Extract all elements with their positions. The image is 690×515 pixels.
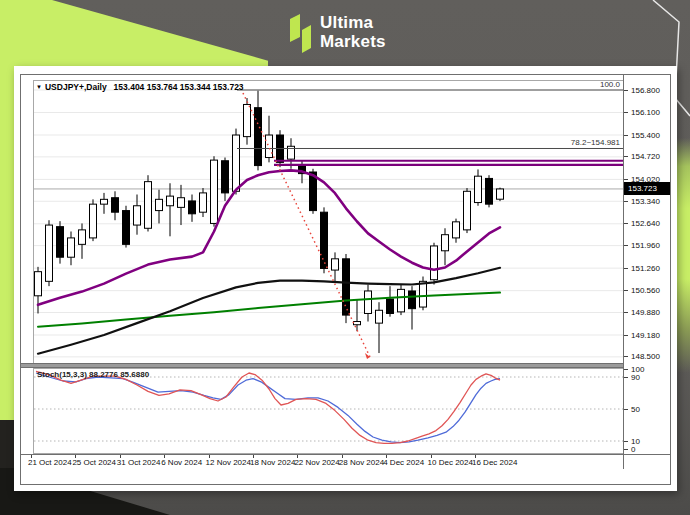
date-tick-label: 21 Oct 2024 [28, 458, 72, 467]
price-tick-label: 154.020 [624, 175, 660, 184]
price-tick-label: 153.340 [624, 197, 660, 206]
candle [79, 223, 86, 258]
date-tick-label: 28 Nov 2024 [339, 458, 384, 467]
mt4-chart-window: 100.078.2~154.981 ▼USDJPY+,Daily153.404 … [20, 74, 671, 485]
ohlc-values: 153.404 153.764 153.344 153.723 [114, 82, 244, 92]
candle [189, 195, 196, 222]
current-price-badge: 153.723 [624, 182, 670, 195]
candle [497, 188, 504, 202]
price-tick-label: 155.400 [624, 131, 660, 140]
fib-label: 100.0 [600, 80, 621, 89]
candle [453, 219, 460, 243]
candle [266, 116, 273, 163]
candle [222, 158, 229, 201]
candle [398, 285, 405, 316]
brand-line2: Markets [320, 33, 386, 52]
date-tick-label: 16 Dec 2024 [472, 458, 517, 467]
fib-label: 78.2~154.981 [571, 138, 621, 147]
ma-purple [38, 170, 500, 304]
price-tick-label: 149.880 [624, 308, 660, 317]
candle [156, 190, 163, 224]
candle [431, 243, 438, 285]
candle [255, 91, 262, 171]
price-tick-label: 156.100 [624, 108, 660, 117]
ultima-logo-icon [289, 11, 315, 55]
candle [167, 183, 174, 236]
candle [442, 228, 449, 265]
brand-line1: Ultima [320, 14, 386, 33]
brand-wordmark: Ultima Markets [320, 11, 386, 55]
date-tick-label: 22 Nov 2024 [294, 458, 339, 467]
price-tick-label: 150.560 [624, 286, 660, 295]
stoch-main-line [36, 373, 500, 443]
candle [90, 199, 97, 241]
date-tick-label: 4 Dec 2024 [383, 458, 424, 467]
candle [332, 252, 339, 281]
candle [68, 231, 75, 265]
candle [57, 221, 64, 263]
candle [145, 175, 152, 231]
candles-layer [35, 91, 504, 353]
price-tick-label: 156.800 [624, 86, 660, 95]
candle [343, 254, 350, 323]
candle [321, 207, 328, 273]
candle [211, 156, 218, 226]
candle [464, 188, 471, 233]
page: Ultima Markets 100.078.2~154.981 ▼USDJPY… [0, 0, 690, 515]
candle [409, 286, 416, 329]
price-tick-label: 154.720 [624, 152, 660, 161]
price-tick-label: 148.500 [624, 352, 660, 361]
date-tick-label: 6 Nov 2024 [161, 458, 202, 467]
candle [178, 185, 185, 225]
candle [365, 285, 372, 322]
date-tick-label: 25 Oct 2024 [72, 458, 116, 467]
stoch-signal-line [36, 371, 500, 443]
price-tick-label: 151.960 [624, 241, 660, 250]
lime-left-strip [0, 66, 14, 420]
chart-card: 100.078.2~154.981 ▼USDJPY+,Daily153.404 … [14, 66, 677, 491]
candle [376, 302, 383, 353]
price-axis[interactable]: 153.723 156.800156.100155.400154.720154.… [623, 75, 671, 469]
symbol-period-label: USDJPY+,Daily [45, 82, 107, 92]
stoch-tick-label: 0 [624, 445, 635, 454]
candle [200, 188, 207, 217]
candle [475, 169, 482, 205]
candle [46, 220, 53, 286]
trendline[interactable] [243, 93, 370, 357]
brand-logo: Ultima Markets [289, 11, 386, 55]
stoch-tick-label: 50 [624, 405, 640, 414]
price-tick-label: 149.180 [624, 331, 660, 340]
lime-top-decoration [0, 0, 268, 66]
price-tick-label: 152.640 [624, 219, 660, 228]
price-tick-label: 151.260 [624, 264, 660, 273]
stochastic-panel[interactable] [33, 368, 624, 454]
symbol-dropdown-icon[interactable]: ▼ [36, 84, 42, 90]
candle [233, 129, 240, 195]
candle [134, 195, 141, 235]
candle [420, 277, 427, 311]
candle [123, 206, 130, 248]
candle [112, 191, 119, 220]
date-tick-label: 10 Dec 2024 [428, 458, 473, 467]
stochastic-label: Stoch(15,3,3) 88.2776 85.6880 [37, 370, 149, 379]
date-tick-label: 18 Nov 2024 [250, 458, 295, 467]
stoch-tick-label: 90 [624, 373, 640, 382]
ma-green [38, 293, 500, 327]
date-tick-label: 31 Oct 2024 [117, 458, 161, 467]
candle [486, 175, 493, 207]
candle [35, 267, 42, 314]
candle [101, 193, 108, 214]
candle [244, 98, 251, 145]
date-axis[interactable]: 21 Oct 202425 Oct 202431 Oct 20246 Nov 2… [21, 454, 670, 470]
price-panel[interactable]: 100.078.2~154.981 [33, 80, 624, 364]
chart-title: ▼USDJPY+,Daily153.404 153.764 153.344 15… [36, 82, 244, 92]
date-tick-label: 12 Nov 2024 [206, 458, 251, 467]
